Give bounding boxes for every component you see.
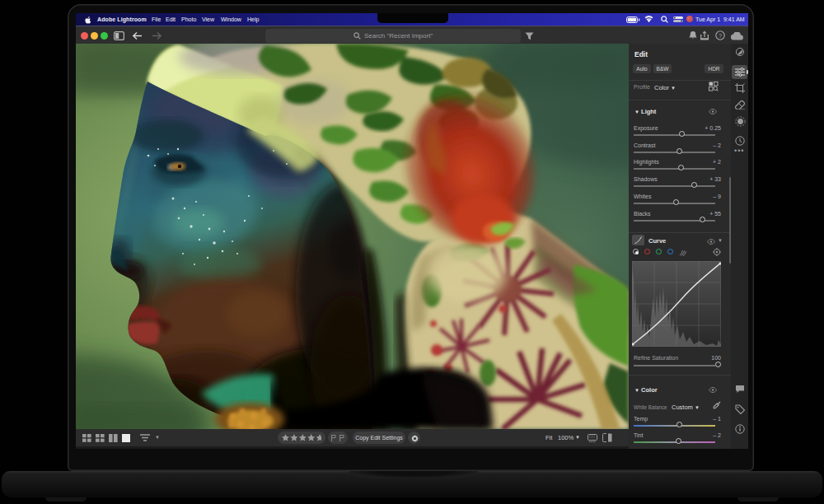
svg-text:?: ? (719, 32, 722, 40)
